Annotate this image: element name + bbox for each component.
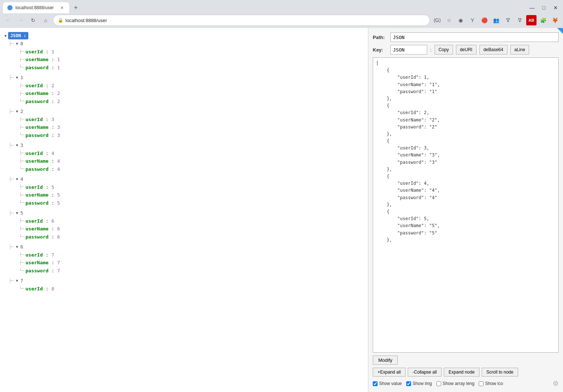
scroll-to-node-button[interactable]: Scroll to node (482, 368, 518, 377)
json-viewer[interactable]: [ { "userId": 1, "userName": "1", "passw… (373, 57, 559, 353)
colon-separator: : (430, 47, 432, 53)
tree-field-row: ├─ userName : 6 (0, 225, 368, 233)
toolbar-icons: ⟨G⟩ ☆ ◉ Y 🔴 👥 ∇ ∇ AB 🧩 🦊 (432, 15, 560, 25)
debase64-button[interactable]: deBase64 (479, 45, 507, 54)
action-row: +Expand all -Collapse all Expand node Sc… (373, 368, 559, 377)
index-toggle[interactable]: ▼ (14, 278, 20, 283)
maximize-button[interactable]: □ (539, 3, 548, 12)
tree-field-row: └─ password : 4 (0, 165, 368, 173)
ext5-icon[interactable]: ∇ (503, 15, 513, 25)
json-root-tag[interactable]: JSON : (8, 32, 28, 39)
ext4-icon[interactable]: 👥 (491, 15, 501, 25)
show-value-checkbox-item[interactable]: Show value (373, 381, 402, 386)
json-content-text: [ { "userId": 1, "userName": "1", "passw… (376, 60, 555, 244)
field-colon: : (46, 82, 52, 89)
field-colon: : (52, 225, 57, 233)
index-toggle[interactable]: ▼ (14, 244, 20, 250)
tab-close-button[interactable]: ✕ (59, 5, 65, 11)
new-tab-button[interactable]: + (71, 3, 81, 13)
copy-button[interactable]: Copy (435, 45, 453, 54)
close-button[interactable]: ✕ (551, 3, 560, 12)
show-img-checkbox[interactable] (406, 381, 411, 386)
field-key: userName (25, 259, 51, 266)
aline-button[interactable]: aLine (510, 45, 529, 54)
back-button[interactable]: ← (3, 15, 13, 25)
field-value: 7 (57, 259, 60, 266)
ext2-icon[interactable]: Y (467, 15, 478, 25)
key-row: Key: : Copy deURI deBase64 aLine (373, 45, 559, 54)
index-value: 2 (20, 108, 23, 115)
tree-field-row: ├─ userId : 3 (0, 116, 368, 124)
tree-field-row: ├─ userId : 1 (0, 48, 368, 56)
tree-field-row: └─ password : 3 (0, 131, 368, 140)
field-colon: : (52, 64, 57, 71)
ext3-icon[interactable]: 🔴 (479, 15, 489, 25)
index-value: 4 (20, 176, 23, 183)
field-value: 5 (57, 199, 60, 207)
index-toggle[interactable]: ▼ (14, 75, 20, 80)
ext8-icon[interactable]: 🧩 (538, 15, 548, 25)
forward-button[interactable]: → (15, 15, 26, 25)
deuri-button[interactable]: deURI (456, 45, 477, 54)
key-label: Key: (373, 47, 387, 53)
field-key: userName (25, 191, 51, 199)
index-value: 6 (20, 243, 23, 251)
ext9-icon[interactable]: 🦊 (550, 15, 560, 25)
address-bar: ← → ↻ ⌂ 🔒 localhost:8888/user ⟨G⟩ ☆ ◉ Y … (0, 13, 563, 28)
tree-field-row: ├─ userId : 4 (0, 149, 368, 158)
index-toggle[interactable]: ▼ (14, 41, 20, 46)
star-icon[interactable]: ☆ (444, 15, 454, 25)
index-toggle[interactable]: ▼ (14, 177, 20, 182)
expand-node-button[interactable]: Expand node (444, 368, 479, 377)
collapse-all-button[interactable]: -Collapse all (408, 368, 442, 377)
field-colon: : (46, 251, 52, 259)
field-colon: : (52, 124, 57, 131)
ext6-icon[interactable]: ∇ (514, 15, 525, 25)
tree-index-row: ├─ ▼ 6 (0, 243, 368, 251)
modify-button[interactable]: Modify (373, 356, 398, 365)
index-toggle[interactable]: ▼ (14, 109, 20, 114)
reload-button[interactable]: ↻ (28, 15, 38, 25)
key-input[interactable] (390, 45, 427, 54)
show-ico-checkbox-item[interactable]: Show ico (479, 381, 503, 386)
root-toggle[interactable]: ▼ (3, 33, 8, 38)
path-label: Path: (373, 35, 387, 40)
index-toggle[interactable]: ▼ (14, 143, 20, 148)
index-toggle[interactable]: ▼ (14, 211, 20, 216)
path-input[interactable] (390, 32, 559, 42)
minimize-button[interactable]: — (528, 3, 537, 12)
field-colon: : (52, 166, 57, 173)
tree-index-row: ├─ ▼ 3 (0, 141, 368, 149)
url-bar[interactable]: 🔒 localhost:8888/user (53, 15, 430, 26)
show-array-leng-checkbox-item[interactable]: Show array leng (436, 381, 475, 386)
field-key: password (25, 64, 51, 71)
index-value: 7 (20, 277, 23, 285)
tree-field-row: ├─ userName : 7 (0, 259, 368, 267)
tree-index-row: ├─ ▼ 5 (0, 209, 368, 217)
field-key: userId (25, 48, 46, 56)
json-tree: ▼ JSON : ├─ ▼ 0 ├─ userId : 1 ├─ userNam… (0, 28, 368, 392)
field-key: userId (25, 184, 46, 191)
show-img-checkbox-item[interactable]: Show img (406, 381, 432, 386)
field-value: 4 (57, 158, 60, 165)
ext1-icon[interactable]: ◉ (456, 15, 466, 25)
field-value: 4 (57, 166, 60, 173)
field-colon: : (46, 285, 52, 293)
tree-index-row: ├─ ▼ 7 (0, 277, 368, 285)
home-button[interactable]: ⌂ (40, 15, 51, 25)
field-key: userId (25, 82, 46, 89)
active-tab[interactable]: localhost:8888/user ✕ (3, 2, 69, 13)
tree-field-row: └─ password : 5 (0, 199, 368, 207)
field-key: password (25, 267, 51, 275)
show-array-leng-checkbox[interactable] (436, 381, 441, 386)
show-ico-checkbox[interactable] (479, 381, 484, 386)
expand-all-button[interactable]: +Expand all (373, 368, 406, 377)
field-value: 8 (52, 285, 54, 293)
field-colon: : (52, 98, 57, 105)
translate-icon[interactable]: ⟨G⟩ (432, 15, 442, 25)
field-colon: : (52, 233, 57, 241)
ext7-icon[interactable]: AB (526, 15, 537, 25)
show-value-checkbox[interactable] (373, 381, 378, 386)
tree-index-row: ├─ ▼ 0 (0, 40, 368, 48)
settings-gear-icon[interactable]: ⚙ (553, 379, 559, 388)
